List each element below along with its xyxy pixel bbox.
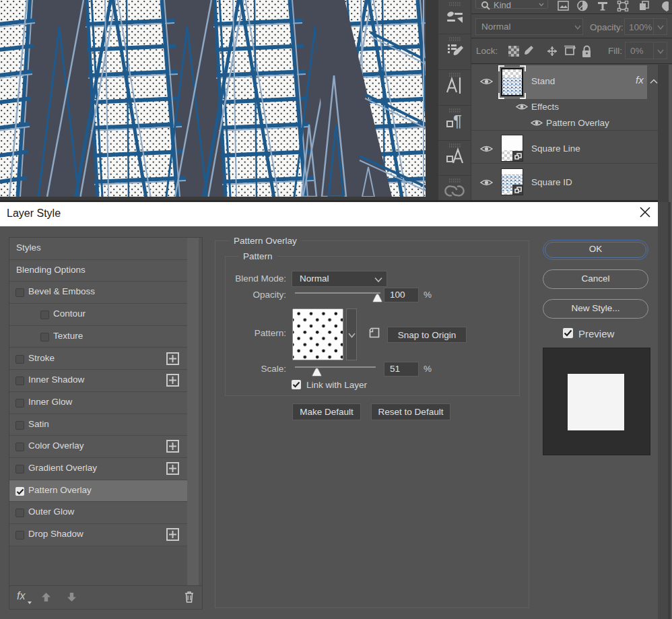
svg-text:¶: ¶ [453, 112, 462, 130]
